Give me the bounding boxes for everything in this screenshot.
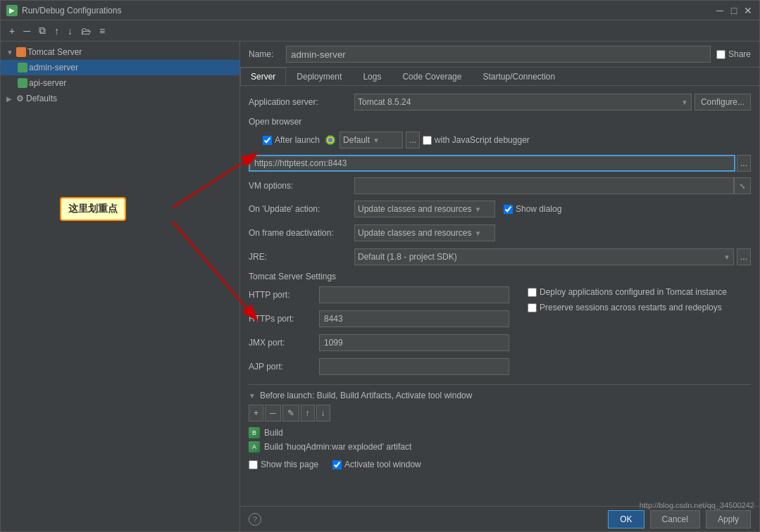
tab-code-coverage[interactable]: Code Coverage	[392, 68, 472, 85]
http-port-input[interactable]	[319, 286, 509, 303]
url-browse-button[interactable]: ...	[737, 155, 751, 172]
close-button[interactable]: ✕	[742, 5, 754, 16]
before-launch-arrow: ▼	[249, 392, 256, 400]
before-launch-add-button[interactable]: +	[249, 405, 263, 422]
copy-config-button[interactable]: ⧉	[36, 23, 49, 38]
js-debugger-label[interactable]: with JavaScript debugger	[423, 135, 530, 145]
tab-logs[interactable]: Logs	[352, 68, 392, 85]
ok-button[interactable]: OK	[608, 510, 644, 528]
app-server-select[interactable]: Tomcat 8.5.24 ▼	[354, 94, 692, 110]
ports-and-options: HTTP port: HTTPs port: J	[249, 286, 751, 381]
browser-select[interactable]: Default ▼	[339, 132, 403, 148]
before-launch-edit-button[interactable]: ✎	[282, 405, 299, 422]
before-launch-up-button[interactable]: ↑	[301, 405, 315, 422]
ajp-port-input[interactable]	[319, 358, 509, 375]
name-input[interactable]	[286, 46, 711, 63]
js-debugger-checkbox[interactable]	[423, 136, 432, 145]
ajp-port-row: AJP port:	[249, 357, 516, 376]
show-page-label[interactable]: Show this page	[249, 460, 318, 469]
jmx-port-row: JMX port:	[249, 334, 516, 352]
show-page-checkbox[interactable]	[249, 460, 258, 469]
deploy-checkbox[interactable]	[528, 288, 537, 297]
on-update-value: Update classes and resources	[358, 204, 471, 214]
tab-deployment[interactable]: Deployment	[286, 68, 352, 85]
run-debug-configurations-window: ▶ Run/Debug Configurations ─ □ ✕ + ─ ⧉ ↑…	[0, 0, 760, 532]
chevron-right-icon: ▶	[6, 95, 15, 103]
window-title: Run/Debug Configurations	[22, 6, 714, 15]
before-launch-toolbar: + ─ ✎ ↑ ↓	[249, 405, 751, 422]
browser-select-group: Default ▼ ... with JavaScript debugger	[325, 132, 530, 148]
tree-api-server[interactable]: api-server	[1, 75, 239, 91]
browser-browse-button[interactable]: ...	[406, 132, 420, 148]
jmx-port-input[interactable]	[319, 334, 509, 351]
app-server-row: Application server: Tomcat 8.5.24 ▼ Conf…	[249, 93, 751, 111]
maximize-button[interactable]: □	[728, 5, 740, 16]
vm-options-input[interactable]	[354, 177, 734, 194]
before-launch-artifact-label: Build 'huoqAdmin:war exploded' artifact	[264, 442, 411, 452]
tree-tomcat-server[interactable]: ▼ Tomcat Server	[1, 44, 239, 60]
ajp-port-label: AJP port:	[249, 362, 319, 372]
after-launch-checkbox[interactable]	[263, 136, 272, 145]
share-checkbox[interactable]	[716, 50, 725, 59]
left-panel: ▼ Tomcat Server admin-server api-server …	[1, 42, 240, 531]
bottom-bar: ? OK Cancel Apply	[240, 506, 759, 531]
add-config-button[interactable]: +	[6, 24, 18, 38]
https-port-label: HTTPs port:	[249, 314, 319, 324]
chevron-down-icon: ▼	[6, 49, 15, 56]
jre-control: Default (1.8 - project SDK) ▼ ...	[354, 248, 751, 265]
show-dialog-label[interactable]: Show dialog	[504, 204, 561, 214]
jre-select[interactable]: Default (1.8 - project SDK) ▼	[354, 248, 734, 265]
on-frame-row: On frame deactivation: Update classes an…	[249, 224, 751, 242]
jmx-port-label: JMX port:	[249, 338, 319, 348]
before-launch-build-label: Build	[264, 428, 283, 438]
before-launch-down-button[interactable]: ↓	[316, 405, 330, 422]
after-launch-checkbox-label[interactable]: After launch	[263, 135, 320, 145]
defaults-label: Defaults	[26, 94, 57, 103]
before-launch-remove-button[interactable]: ─	[265, 405, 281, 422]
before-launch-item-build: B Build	[249, 426, 751, 440]
configure-button[interactable]: Configure...	[694, 94, 751, 110]
sort-button[interactable]: ≡	[96, 24, 108, 38]
watermark: http://blog.csdn.net/qq_34500242	[640, 501, 754, 509]
build-icon: B	[249, 427, 260, 438]
on-update-row: On 'Update' action: Update classes and r…	[249, 200, 751, 218]
form-content: Application server: Tomcat 8.5.24 ▼ Conf…	[240, 86, 759, 506]
tree-defaults[interactable]: ▶ ⚙ Defaults	[1, 91, 239, 106]
deploy-checkbox-label[interactable]: Deploy applications configured in Tomcat…	[528, 287, 751, 297]
app-server-value: Tomcat 8.5.24	[358, 97, 411, 107]
show-dialog-checkbox[interactable]	[504, 205, 513, 214]
cancel-button[interactable]: Cancel	[650, 510, 700, 528]
remove-config-button[interactable]: ─	[20, 24, 33, 38]
tree-admin-server[interactable]: admin-server	[1, 60, 239, 75]
bottom-checkboxes: Show this page Activate tool window	[249, 460, 751, 469]
jre-browse-button[interactable]: ...	[737, 248, 751, 265]
activate-tool-checkbox[interactable]	[332, 460, 342, 469]
tab-startup-connection[interactable]: Startup/Connection	[472, 68, 566, 85]
on-update-control: Update classes and resources ▼ Show dial…	[354, 201, 751, 217]
url-input[interactable]	[249, 155, 735, 172]
preserve-checkbox-label[interactable]: Preserve sessions across restarts and re…	[528, 303, 751, 312]
vm-expand-button[interactable]: ⤡	[734, 177, 751, 194]
activate-tool-label[interactable]: Activate tool window	[332, 460, 421, 469]
right-panel: Name: Share Server Deployment Logs Code …	[240, 42, 759, 531]
main-toolbar: + ─ ⧉ ↑ ↓ 🗁 ≡	[1, 20, 759, 42]
move-down-button[interactable]: ↓	[65, 24, 75, 38]
after-launch-row: After launch Default ▼ ...	[249, 131, 751, 149]
chrome-icon	[325, 135, 335, 145]
folder-button[interactable]: 🗁	[78, 24, 94, 38]
on-update-arrow: ▼	[474, 205, 481, 213]
move-up-button[interactable]: ↑	[51, 24, 62, 38]
https-port-input[interactable]	[319, 310, 509, 327]
apply-button[interactable]: Apply	[706, 510, 751, 528]
minimize-button[interactable]: ─	[714, 5, 725, 16]
tab-server[interactable]: Server	[240, 68, 286, 85]
api-server-label: api-server	[29, 78, 66, 88]
deploy-label: Deploy applications configured in Tomcat…	[540, 287, 727, 297]
on-frame-value: Update classes and resources	[358, 228, 471, 238]
help-button[interactable]: ?	[249, 513, 261, 526]
preserve-checkbox[interactable]	[528, 303, 537, 312]
on-frame-control: Update classes and resources ▼	[354, 224, 751, 241]
on-update-select[interactable]: Update classes and resources ▼	[354, 201, 495, 217]
on-frame-select[interactable]: Update classes and resources ▼	[354, 224, 495, 241]
main-content: ▼ Tomcat Server admin-server api-server …	[1, 42, 759, 531]
